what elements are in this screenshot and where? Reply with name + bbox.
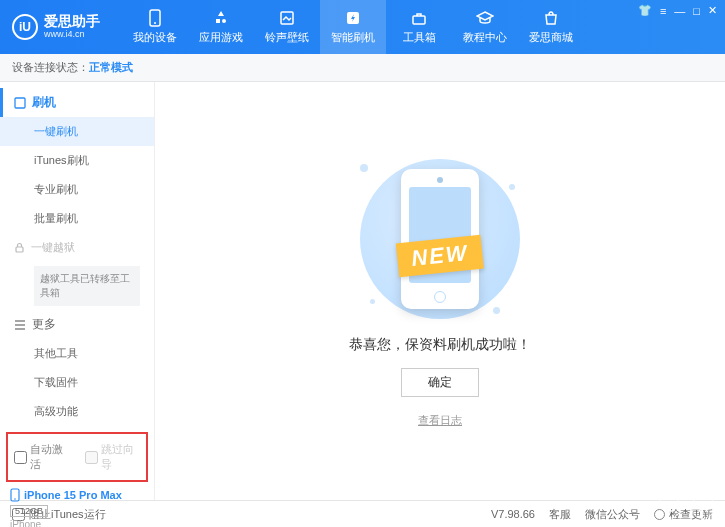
status-bar: 设备连接状态： 正常模式 <box>0 54 725 82</box>
nav-ringtones[interactable]: 铃声壁纸 <box>254 0 320 54</box>
nav-toolbox[interactable]: 工具箱 <box>386 0 452 54</box>
status-label: 设备连接状态： <box>12 60 89 75</box>
footer-link-support[interactable]: 客服 <box>549 507 571 522</box>
options-highlight-box: 自动激活 跳过向导 <box>6 432 148 482</box>
flash-small-icon <box>14 97 26 109</box>
app-header: iU 爱思助手 www.i4.cn 我的设备 应用游戏 铃声壁纸 智能刷机 工具… <box>0 0 725 54</box>
sidebar-item-firmware[interactable]: 下载固件 <box>0 368 154 397</box>
sidebar-section-flash[interactable]: 刷机 <box>0 88 154 117</box>
sidebar-item-batch[interactable]: 批量刷机 <box>0 204 154 233</box>
ok-button[interactable]: 确定 <box>401 368 479 397</box>
maximize-button[interactable]: □ <box>693 5 700 17</box>
main-nav: 我的设备 应用游戏 铃声壁纸 智能刷机 工具箱 教程中心 爱思商城 <box>122 0 584 54</box>
skin-button[interactable]: 👕 <box>638 4 652 17</box>
nav-my-device[interactable]: 我的设备 <box>122 0 188 54</box>
device-capacity: 512GB <box>10 505 48 517</box>
nav-flash[interactable]: 智能刷机 <box>320 0 386 54</box>
device-info: iPhone 15 Pro Max 512GB iPhone <box>0 482 154 527</box>
device-type: iPhone <box>10 519 144 527</box>
gear-icon <box>654 509 665 520</box>
checkbox-skip-wizard[interactable]: 跳过向导 <box>85 442 140 472</box>
svg-rect-7 <box>16 247 23 252</box>
version-text: V7.98.66 <box>491 508 535 520</box>
nav-apps[interactable]: 应用游戏 <box>188 0 254 54</box>
minimize-button[interactable]: — <box>674 5 685 17</box>
svg-point-1 <box>154 22 156 24</box>
sidebar-section-jailbreak: 一键越狱 <box>0 233 154 262</box>
sidebar: 刷机 一键刷机 iTunes刷机 专业刷机 批量刷机 一键越狱 越狱工具已转移至… <box>0 82 155 500</box>
main-content: NEW 恭喜您，保资料刷机成功啦！ 确定 查看日志 <box>155 82 725 500</box>
user-button[interactable] <box>691 495 715 519</box>
app-title: 爱思助手 <box>44 14 100 29</box>
footer-link-wechat[interactable]: 微信公众号 <box>585 507 640 522</box>
nav-store[interactable]: 爱思商城 <box>518 0 584 54</box>
svg-point-9 <box>14 498 16 500</box>
lock-icon <box>14 242 25 253</box>
status-value: 正常模式 <box>89 60 133 75</box>
checkbox-auto-activate[interactable]: 自动激活 <box>14 442 69 472</box>
sidebar-section-more[interactable]: 更多 <box>0 310 154 339</box>
apps-icon <box>212 9 230 27</box>
sidebar-item-itunes[interactable]: iTunes刷机 <box>0 146 154 175</box>
close-button[interactable]: ✕ <box>708 4 717 17</box>
nav-tutorials[interactable]: 教程中心 <box>452 0 518 54</box>
list-icon <box>14 320 26 330</box>
wallpaper-icon <box>278 9 296 27</box>
header-actions <box>657 495 715 519</box>
logo-area: iU 爱思助手 www.i4.cn <box>0 14 112 40</box>
logo-icon: iU <box>12 14 38 40</box>
svg-point-5 <box>701 503 705 507</box>
store-icon <box>542 9 560 27</box>
svg-rect-6 <box>15 98 25 108</box>
flash-icon <box>344 9 362 27</box>
toolbox-icon <box>410 9 428 27</box>
jailbreak-note: 越狱工具已转移至工具箱 <box>34 266 140 306</box>
sidebar-item-other[interactable]: 其他工具 <box>0 339 154 368</box>
success-message: 恭喜您，保资料刷机成功啦！ <box>349 336 531 354</box>
svg-rect-4 <box>413 16 425 24</box>
graduation-icon <box>476 9 494 27</box>
window-controls: 👕 ≡ — □ ✕ <box>638 4 717 17</box>
menu-button[interactable]: ≡ <box>660 5 666 17</box>
app-url: www.i4.cn <box>44 30 100 40</box>
sidebar-item-pro[interactable]: 专业刷机 <box>0 175 154 204</box>
sidebar-item-advanced[interactable]: 高级功能 <box>0 397 154 426</box>
sidebar-item-oneclick[interactable]: 一键刷机 <box>0 117 154 146</box>
device-name[interactable]: iPhone 15 Pro Max <box>10 488 144 502</box>
device-icon <box>10 488 20 502</box>
phone-icon <box>146 9 164 27</box>
success-illustration: NEW <box>340 154 540 324</box>
view-log-link[interactable]: 查看日志 <box>418 413 462 428</box>
